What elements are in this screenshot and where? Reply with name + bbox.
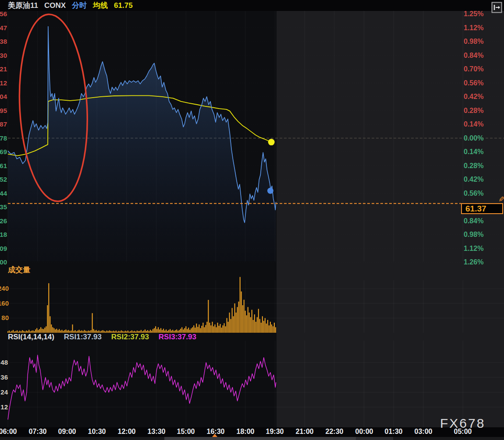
volume-axis-text: 240 xyxy=(0,284,9,293)
time-tick-label: 07:30 xyxy=(25,428,51,436)
volume-title: 成交量 xyxy=(8,265,30,275)
price-axis-label: 61.44 xyxy=(0,189,7,198)
price-axis-label: 61.35 xyxy=(0,203,7,211)
time-tick-label: 06:00 xyxy=(0,428,21,436)
rsi-axis-label: 24 xyxy=(0,388,8,397)
ma-label: 均线 xyxy=(93,0,108,11)
percent-axis-label: 0.56% xyxy=(464,79,483,88)
price-axis-text: 62.56 xyxy=(0,10,7,18)
percent-axis-label: 0.42% xyxy=(464,175,483,184)
price-axis-label: 61.26 xyxy=(0,217,7,225)
percent-axis-label: 0.84% xyxy=(464,51,483,60)
time-tick-label: 12:00 xyxy=(114,428,140,436)
percent-axis-label: 0.28% xyxy=(464,162,483,170)
price-axis-label: 62.47 xyxy=(0,24,7,32)
time-tick-label: 15:00 xyxy=(173,428,199,436)
volume-axis-text: 80 xyxy=(1,313,9,322)
time-tick-label: 19:30 xyxy=(262,428,288,436)
traded-session-region xyxy=(0,11,277,263)
price-axis-text: 61.87 xyxy=(0,120,7,129)
price-axis-label: 61.18 xyxy=(0,230,7,239)
volume-axis-label: 80 xyxy=(0,313,9,322)
rsi1-value: RSI1:37.93 xyxy=(64,333,102,341)
time-tick-label: 09:00 xyxy=(54,428,80,436)
current-price-tag: 61.37 xyxy=(461,203,503,214)
percent-axis-label: 0.14% xyxy=(464,120,483,129)
time-tick-label: 10:30 xyxy=(84,428,110,436)
panel-collapse-icon-glyph xyxy=(491,1,503,14)
percent-axis-label: 0.56% xyxy=(464,189,483,198)
percent-axis-label: 1.26% xyxy=(464,258,483,267)
time-axis: 06:0007:3009:0010:3012:0013:3015:0016:30… xyxy=(0,427,504,437)
percent-axis-label: 0.28% xyxy=(464,106,483,115)
volume-axis-text: 160 xyxy=(0,299,9,308)
price-axis-label: 61.09 xyxy=(0,244,7,253)
price-axis-text: 62.04 xyxy=(0,92,7,101)
scrollbar-thumb[interactable] xyxy=(164,437,356,440)
percent-axis-label: 0.98% xyxy=(464,37,483,46)
price-axis-text: 61.61 xyxy=(0,162,7,170)
price-axis-text: 61.18 xyxy=(0,230,7,239)
price-axis-text: 62.12 xyxy=(0,79,7,88)
percent-axis-label: 0.14% xyxy=(464,148,483,156)
rsi-axis-text: 36 xyxy=(0,373,8,382)
percent-axis-label: 0.98% xyxy=(464,230,483,239)
rsi-axis-text: 12 xyxy=(0,403,8,412)
percent-axis-label: 0.84% xyxy=(464,217,483,225)
price-axis-label: 62.30 xyxy=(0,51,7,60)
panel-collapse-icon[interactable] xyxy=(491,1,503,14)
percent-axis-label: 0.42% xyxy=(464,92,483,101)
volume-chart-panel[interactable] xyxy=(0,263,504,334)
price-axis-label: 61.87 xyxy=(0,120,7,129)
price-axis-text: 61.00 xyxy=(0,258,7,267)
price-axis-label: 61.69 xyxy=(0,148,7,156)
rsi-axis-text: 24 xyxy=(0,388,8,397)
price-axis-text: 61.95 xyxy=(0,106,7,115)
price-axis-text: 61.78 xyxy=(0,134,7,143)
time-tick-label: 22:30 xyxy=(321,428,348,436)
price-axis-text: 61.35 xyxy=(0,203,7,211)
percent-axis-label: 1.25% xyxy=(464,10,483,18)
symbol-name: 美原油11 xyxy=(8,0,38,11)
time-tick-label: 21:00 xyxy=(291,428,318,436)
time-tick-label: 03:00 xyxy=(410,428,437,436)
price-axis-text: 62.47 xyxy=(0,24,7,32)
percent-axis-label: 1.12% xyxy=(464,24,483,32)
price-axis-text: 61.69 xyxy=(0,148,7,156)
volume-axis-label: 160 xyxy=(0,299,9,308)
rsi-legend-row: RSI(14,14,14) RSI1:37.93 RSI2:37.93 RSI3… xyxy=(8,333,196,341)
rsi-axis-label: 36 xyxy=(0,373,8,382)
price-axis-label: 61.78 xyxy=(0,134,7,143)
time-scrollbar[interactable] xyxy=(0,437,504,440)
tab-minute-chart[interactable]: 分时 xyxy=(72,0,87,11)
rsi3-value: RSI3:37.93 xyxy=(159,333,196,341)
percent-axis-label: 1.12% xyxy=(464,244,483,253)
rsi-params: RSI(14,14,14) xyxy=(8,333,54,341)
traded-session-region xyxy=(0,263,277,334)
time-tick-label: 00:00 xyxy=(351,428,377,436)
ma-value: 61.75 xyxy=(114,1,133,10)
percent-axis-label: 0.00% xyxy=(464,134,483,143)
price-axis-label: 61.52 xyxy=(0,175,7,184)
price-axis-label: 61.95 xyxy=(0,106,7,115)
price-chart-panel[interactable] xyxy=(0,11,504,263)
price-axis-label: 62.56 xyxy=(0,10,7,18)
price-axis-label: 62.12 xyxy=(0,79,7,88)
rsi2-value: RSI2:37.93 xyxy=(111,333,149,341)
price-axis-text: 62.38 xyxy=(0,37,7,46)
time-tick-label: 01:30 xyxy=(380,428,407,436)
price-axis-label: 61.00 xyxy=(0,258,7,267)
price-axis-text: 62.21 xyxy=(0,65,7,74)
percent-axis-label: 0.70% xyxy=(464,65,483,74)
fx678-watermark: FX678 xyxy=(440,416,485,431)
price-axis-label: 61.61 xyxy=(0,162,7,170)
price-axis-text: 62.30 xyxy=(0,51,7,60)
price-axis-text: 61.09 xyxy=(0,244,7,253)
rsi-chart-panel[interactable] xyxy=(0,334,504,427)
chart-header: 美原油11 CONX 分时 均线 61.75 xyxy=(0,0,504,11)
symbol-code: CONX xyxy=(44,1,66,10)
price-axis-text: 61.44 xyxy=(0,189,7,198)
pencil-icon[interactable]: ✎ xyxy=(497,196,504,202)
volume-axis-label: 240 xyxy=(0,284,9,293)
scrollbar-thumb-dim[interactable] xyxy=(356,437,393,440)
